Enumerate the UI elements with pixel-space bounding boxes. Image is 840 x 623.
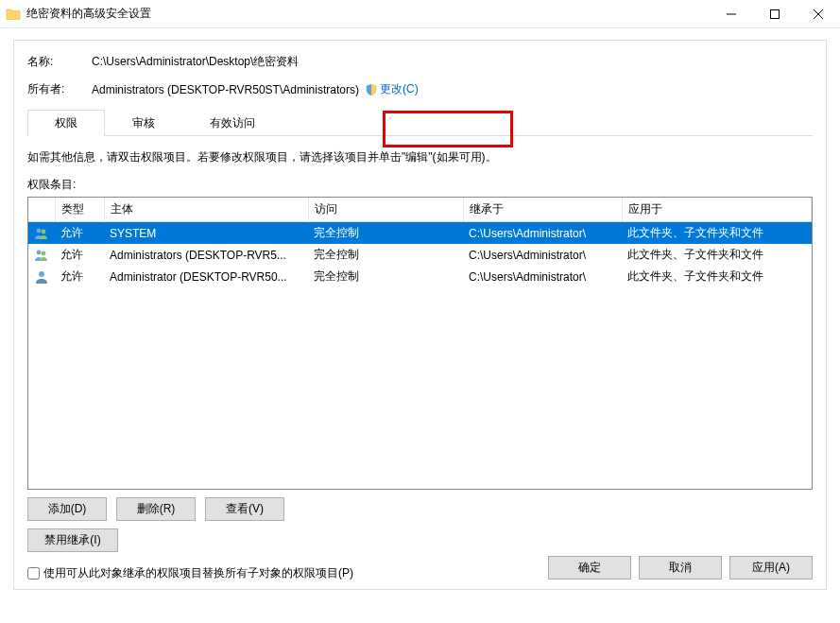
row-type: 允许 [55, 222, 104, 245]
name-label: 名称: [27, 54, 92, 70]
dialog-footer: 确定 取消 应用(A) [548, 556, 813, 580]
col-type[interactable]: 类型 [55, 198, 104, 222]
window-controls [710, 0, 840, 28]
row-access: 完全控制 [308, 266, 463, 287]
svg-point-5 [39, 271, 44, 277]
table-header-row: 类型 主体 访问 继承于 应用于 [28, 198, 812, 222]
row-inherited: C:\Users\Administrator\ [463, 266, 622, 287]
row-inherited: C:\Users\Administrator\ [463, 222, 622, 245]
maximize-button[interactable] [753, 0, 797, 28]
remove-button[interactable]: 删除(R) [116, 497, 196, 521]
tab-auditing[interactable]: 审核 [105, 110, 182, 136]
row-type: 允许 [55, 266, 104, 287]
change-owner-link[interactable]: 更改(C) [365, 81, 419, 97]
ok-button[interactable]: 确定 [548, 556, 631, 580]
row-access: 完全控制 [308, 222, 463, 245]
row-principal: SYSTEM [104, 222, 308, 245]
close-button[interactable] [797, 0, 840, 28]
button-row-2: 禁用继承(I) [27, 528, 813, 552]
row-icon-cell [28, 244, 55, 266]
col-access[interactable]: 访问 [308, 198, 463, 222]
permissions-table-wrap: 类型 主体 访问 继承于 应用于 允许SYSTEM完全控制C:\Users\Ad… [27, 197, 813, 490]
owner-value: Administrators (DESKTOP-RVR50ST\Administ… [92, 83, 359, 96]
folder-icon [6, 7, 21, 22]
table-row[interactable]: 允许Administrators (DESKTOP-RVR5...完全控制C:\… [28, 244, 812, 266]
row-principal: Administrators (DESKTOP-RVR5... [104, 244, 308, 266]
maximize-icon [770, 9, 780, 19]
apply-button[interactable]: 应用(A) [729, 556, 813, 580]
table-row[interactable]: 允许Administrator (DESKTOP-RVR50...完全控制C:\… [28, 266, 812, 287]
row-icon-cell [28, 222, 55, 245]
main-panel: 名称: C:\Users\Administrator\Desktop\绝密资料 … [13, 40, 827, 590]
row-inherited: C:\Users\Administrator\ [463, 244, 622, 266]
owner-row: 所有者: Administrators (DESKTOP-RVR50ST\Adm… [27, 81, 813, 97]
change-link-text: 更改(C) [380, 81, 419, 97]
name-value: C:\Users\Administrator\Desktop\绝密资料 [92, 54, 299, 70]
owner-label: 所有者: [27, 81, 92, 97]
shield-icon [365, 83, 378, 96]
svg-rect-0 [771, 9, 780, 18]
tab-effective-access[interactable]: 有效访问 [182, 110, 283, 136]
col-inherited[interactable]: 继承于 [463, 198, 622, 222]
col-principal[interactable]: 主体 [104, 198, 308, 222]
button-row-1: 添加(D) 删除(R) 查看(V) [27, 497, 813, 521]
close-icon [814, 9, 823, 19]
view-button[interactable]: 查看(V) [205, 497, 284, 521]
row-type: 允许 [55, 244, 104, 266]
col-applies[interactable]: 应用于 [622, 198, 812, 222]
info-text: 如需其他信息，请双击权限项目。若要修改权限项目，请选择该项目并单击"编辑"(如果… [27, 149, 813, 165]
titlebar: 绝密资料的高级安全设置 [0, 0, 840, 28]
cancel-button[interactable]: 取消 [639, 556, 722, 580]
minimize-icon [727, 9, 736, 19]
entries-label: 权限条目: [27, 177, 813, 193]
row-principal: Administrator (DESKTOP-RVR50... [104, 266, 308, 287]
table-row[interactable]: 允许SYSTEM完全控制C:\Users\Administrator\此文件夹、… [28, 222, 812, 245]
disable-inheritance-button[interactable]: 禁用继承(I) [27, 528, 118, 552]
tab-strip: 权限 审核 有效访问 [27, 109, 813, 136]
svg-point-1 [37, 228, 42, 233]
replace-checkbox[interactable] [27, 567, 40, 580]
col-icon[interactable] [28, 198, 55, 222]
permissions-table: 类型 主体 访问 继承于 应用于 允许SYSTEM完全控制C:\Users\Ad… [28, 198, 812, 287]
svg-point-4 [42, 251, 46, 255]
tab-permissions[interactable]: 权限 [27, 110, 105, 136]
svg-point-3 [37, 250, 42, 254]
replace-label[interactable]: 使用可从此对象继承的权限项目替换所有子对象的权限项目(P) [43, 565, 353, 581]
add-button[interactable]: 添加(D) [27, 497, 107, 521]
window-title: 绝密资料的高级安全设置 [26, 6, 710, 22]
minimize-button[interactable] [710, 0, 753, 28]
row-applies: 此文件夹、子文件夹和文件 [622, 266, 812, 287]
row-applies: 此文件夹、子文件夹和文件 [622, 244, 812, 266]
row-icon-cell [28, 266, 55, 287]
row-applies: 此文件夹、子文件夹和文件 [622, 222, 812, 245]
svg-point-2 [42, 229, 46, 234]
name-row: 名称: C:\Users\Administrator\Desktop\绝密资料 [27, 54, 813, 70]
row-access: 完全控制 [308, 244, 463, 266]
